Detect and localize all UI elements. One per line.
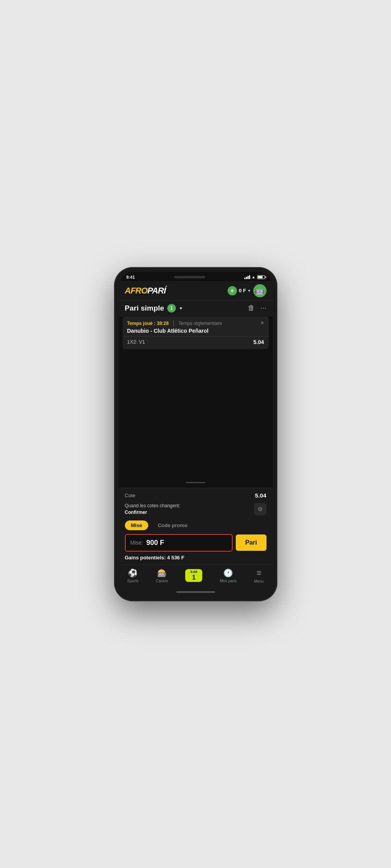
header-right: + 0 F ▾ 🤖 [228,284,267,297]
scroll-indicator [186,482,205,483]
status-bar: 9:41 ▲ [119,272,273,281]
gains-potentiels: Gains potentiels: 4 536 F [125,555,267,561]
bet-bottom-panel: Cote 5.04 Quand les cotes changent: Conf… [119,488,273,564]
signal-icon [244,275,250,279]
settings-icon: ⚙ [258,506,263,513]
casino-icon: 🎰 [157,568,167,578]
odds-change-label: Quand les cotes changent: [125,503,181,508]
middle-scroll-area [119,349,273,488]
odds-change-bold: Confirmer [125,510,147,515]
bet-card: Temps joué : 38:28 | Temps réglementaire… [123,316,269,349]
casino-label: Casino [156,579,168,583]
odds-change-row: Quand les cotes changent: Confirmer ⚙ [125,503,267,516]
menu-icon: ≡ [256,568,261,578]
betslip-badge-odds: 5.04 [191,570,198,574]
bet-selection-row: 1X2: V1 5.04 [123,336,269,349]
phone-screen: 9:41 ▲ AFROPARÍ [119,272,273,597]
nav-item-betslip[interactable]: 5.04 1 [185,569,202,582]
pari-button[interactable]: Pari [236,534,266,551]
home-bar [176,591,215,593]
add-funds-button[interactable]: + 0 F ▾ [228,286,250,295]
app-header: AFROPARÍ + 0 F ▾ 🤖 [119,281,273,300]
status-time: 9:41 [126,275,135,279]
mise-value: 900 F [146,539,164,547]
betslip-badge-count: 1 [192,574,196,581]
bet-match-name: Danubio - Club Atlético Peñarol [127,328,258,334]
mise-label: Mise: [130,540,143,546]
menu-label: Menu [254,579,264,583]
bottom-nav: ⚽ Sports 🎰 Casino 5.04 1 🕐 Mes paris [119,564,273,589]
more-icon[interactable]: ··· [260,304,266,312]
phone-device: 9:41 ▲ AFROPARÍ [114,267,277,601]
balance-dropdown-icon: ▾ [248,288,250,293]
add-circle-icon: + [228,286,237,295]
bet-card-header: Temps joué : 38:28 | Temps réglementaire… [123,316,269,336]
nav-item-casino[interactable]: 🎰 Casino [156,568,168,583]
mes-paris-icon: 🕐 [223,568,233,578]
cote-value: 5.04 [255,492,266,499]
tab-code-promo[interactable]: Code promo [151,520,194,530]
mes-paris-label: Mes paris [220,579,237,583]
trash-icon[interactable]: 🗑 [248,304,255,312]
mise-input-wrapper[interactable]: Mise: 900 F [125,534,233,552]
betslip-header: Pari simple 1 ▾ 🗑 ··· [119,300,273,316]
balance-text: 0 F [239,288,246,293]
bet-time-row: Temps joué : 38:28 | Temps réglementaire [127,320,258,327]
bet-time-label: Temps joué : 38:28 [127,321,169,326]
mise-row: Mise: 900 F Pari [125,534,267,552]
betslip-dropdown-icon[interactable]: ▾ [180,306,182,311]
status-center-notch [174,276,205,278]
cote-row: Cote 5.04 [125,492,267,499]
bet-selection-type: 1X2: V1 [127,339,145,345]
avatar[interactable]: 🤖 [253,284,267,297]
nav-item-sports[interactable]: ⚽ Sports [127,568,139,583]
home-indicator [119,589,273,597]
bet-count-badge: 1 [167,304,176,313]
settings-icon-button[interactable]: ⚙ [254,503,267,515]
nav-item-mes-paris[interactable]: 🕐 Mes paris [220,568,237,583]
bet-close-button[interactable]: × [257,320,264,327]
odds-change-text: Quand les cotes changent: Confirmer [125,503,181,516]
bet-time-separator: | [173,320,174,326]
tab-mise[interactable]: Mise [125,520,149,530]
sports-icon: ⚽ [128,568,138,578]
sports-label: Sports [127,579,139,583]
bet-count-value: 1 [170,306,173,311]
bet-card-header-left: Temps joué : 38:28 | Temps réglementaire… [127,320,258,334]
nav-item-menu[interactable]: ≡ Menu [254,568,264,583]
betslip-badge: 5.04 1 [185,569,202,582]
battery-icon [257,275,265,279]
betslip-actions: 🗑 ··· [248,304,266,312]
bet-tabs-row: Mise Code promo [125,520,267,530]
avatar-icon: 🤖 [255,286,265,295]
app-logo: AFROPARÍ [125,286,166,296]
betslip-title: Pari simple [125,304,164,313]
bet-time-type: Temps réglementaire [179,321,222,326]
betslip-title-row: Pari simple 1 ▾ [125,304,182,313]
status-right: ▲ [244,275,265,279]
wifi-icon: ▲ [252,275,256,279]
bet-odds-value: 5.04 [253,339,264,345]
cote-label: Cote [125,493,135,498]
